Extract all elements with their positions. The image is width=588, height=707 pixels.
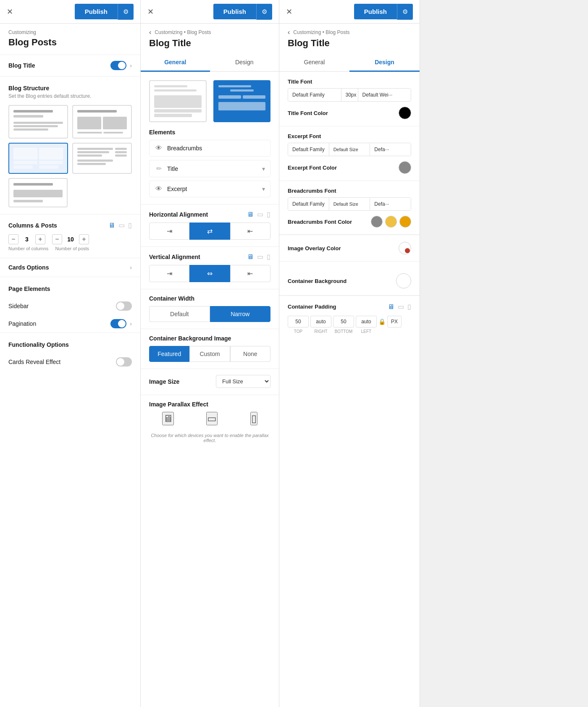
bg-none[interactable]: None [230,346,270,362]
padding-top[interactable] [288,316,309,327]
title-font-weight[interactable]: Default Wei··· [358,89,411,101]
layout-preview-right[interactable] [213,80,271,122]
breadcrumbs-swatch-2[interactable] [385,216,397,228]
gear-button-2[interactable]: ⚙ [256,4,272,20]
gear-button-1[interactable]: ⚙ [118,4,134,20]
structure-card-large-grid[interactable] [8,143,68,174]
columns-label: Number of columns [8,246,48,251]
tab-general-3[interactable]: General [279,54,349,72]
excerpt-font-color-swatch[interactable] [399,161,411,174]
desktop-icon-cp[interactable]: 🖥 [108,222,115,229]
sidebar-toggle[interactable] [116,301,132,311]
posts-decrement[interactable]: − [52,234,62,244]
mobile-icon-padding[interactable]: ▯ [407,303,411,311]
breadcrumb-2: Customizing • Blog Posts [155,29,211,35]
close-button-1[interactable]: ✕ [7,8,13,16]
back-arrow-3[interactable]: ‹ [288,29,290,36]
blog-title-toggle[interactable] [110,61,126,70]
eye-icon-breadcrumbs: 👁 [155,144,163,152]
columns-decrement[interactable]: − [8,234,18,244]
tab-general-2[interactable]: General [141,54,210,72]
element-excerpt[interactable]: 👁 Excerpt ▾ [149,181,270,197]
breadcrumbs-font-family[interactable]: Default Family [288,198,329,210]
excerpt-font-weight[interactable]: Defa··· [370,143,411,156]
h-align-right[interactable]: ⇤ [230,223,270,240]
element-title[interactable]: ✏ Title ▾ [149,160,270,177]
breadcrumbs-swatch-1[interactable] [371,216,383,228]
excerpt-font-size[interactable]: Default Size [329,144,370,155]
layout-preview-left[interactable] [149,80,207,122]
padding-unit[interactable]: PX [387,316,402,327]
parallax-tablet[interactable]: ▭ [206,412,218,425]
publish-button-2[interactable]: Publish [213,4,256,19]
breadcrumbs-swatch-3[interactable] [399,216,411,228]
edit-icon-title: ✏ [155,165,163,173]
sidebar-label: Sidebar [8,303,29,309]
mobile-icon-cp[interactable]: ▯ [128,221,132,229]
tablet-icon-padding[interactable]: ▭ [398,303,404,311]
title-font-color-swatch[interactable] [399,107,411,119]
title-font-size[interactable]: 30px [341,89,358,101]
container-width-section: Container Width Default Narrow [141,289,279,329]
padding-right[interactable] [310,316,331,327]
h-align-center[interactable]: ⇄ [189,223,230,240]
bg-custom[interactable]: Custom [189,346,230,362]
cw-narrow[interactable]: Narrow [210,306,271,322]
parallax-mobile[interactable]: ▯ [250,412,257,425]
pagination-toggle[interactable] [110,319,126,328]
blog-title-chevron: › [130,62,132,69]
bg-image-section: Container Background Image Featured Cust… [141,329,279,369]
container-bg-swatch[interactable] [396,273,411,288]
v-align-top[interactable]: ⇥ [149,265,189,282]
element-breadcrumbs[interactable]: 👁 Breadcrumbs [149,140,270,157]
blog-title-row[interactable]: Blog Title › [0,55,140,76]
v-align-bottom[interactable]: ⇤ [230,265,270,282]
close-button-2[interactable]: ✕ [147,8,154,16]
bg-featured[interactable]: Featured [149,346,189,362]
mobile-icon-h[interactable]: ▯ [267,210,270,218]
breadcrumbs-font-weight[interactable]: Defa··· [370,198,411,210]
v-align-middle[interactable]: ⇔ [189,265,230,282]
desktop-icon-h[interactable]: 🖥 [247,211,254,218]
blog-structure-section: Blog Structure Set the Blog entries defa… [0,76,140,214]
excerpt-font-family[interactable]: Default Family [288,143,329,156]
structure-card-sidebar[interactable] [72,143,132,174]
cards-options-row[interactable]: Cards Options › [0,258,140,277]
back-arrow-2[interactable]: ‹ [149,29,151,36]
structure-card-grid[interactable] [72,105,132,139]
structure-card-full[interactable] [8,178,68,207]
overlay-color-swatch[interactable] [399,242,411,254]
close-button-3[interactable]: ✕ [286,8,292,16]
publish-button-1[interactable]: Publish [75,4,118,19]
desktop-icon-padding[interactable]: 🖥 [388,303,394,311]
tab-design-2[interactable]: Design [210,54,279,72]
image-size-select[interactable]: Full Size Large Medium Thumbnail [216,375,270,388]
topbar-3: ✕ Publish ⚙ [279,0,420,24]
excerpt-font-label: Excerpt Font [288,133,411,139]
excerpt-font-color-label: Excerpt Font Color [288,165,337,171]
tablet-icon-v[interactable]: ▭ [257,253,263,261]
breadcrumbs-font-size[interactable]: Default Size [329,198,370,210]
tablet-icon-h[interactable]: ▭ [257,210,263,218]
padding-left[interactable] [356,316,377,327]
desktop-icon-v[interactable]: 🖥 [247,253,254,261]
gear-button-3[interactable]: ⚙ [397,4,413,20]
mobile-icon-v[interactable]: ▯ [267,253,270,261]
cards-reveal-toggle[interactable] [116,357,132,367]
padding-bottom[interactable] [333,316,354,327]
cards-options-chevron: › [130,264,132,271]
title-font-family[interactable]: Default Family [288,89,341,101]
tablet-icon-cp[interactable]: ▭ [118,221,125,229]
padding-labels-row: TOP RIGHT BOTTOM LEFT [288,329,411,334]
parallax-desktop[interactable]: 🖥 [162,412,174,425]
device-icons-h: 🖥 ▭ ▯ [247,210,270,218]
columns-increment[interactable]: + [35,234,45,244]
structure-card-list[interactable] [8,105,68,139]
lock-icon[interactable]: 🔒 [378,318,386,325]
posts-increment[interactable]: + [79,234,89,244]
h-align-left[interactable]: ⇥ [149,223,189,240]
tab-design-3[interactable]: Design [349,54,420,72]
publish-button-3[interactable]: Publish [354,4,397,19]
cw-default[interactable]: Default [149,306,210,322]
panel-2-header: ‹ Customizing • Blog Posts Blog Title [141,24,279,54]
